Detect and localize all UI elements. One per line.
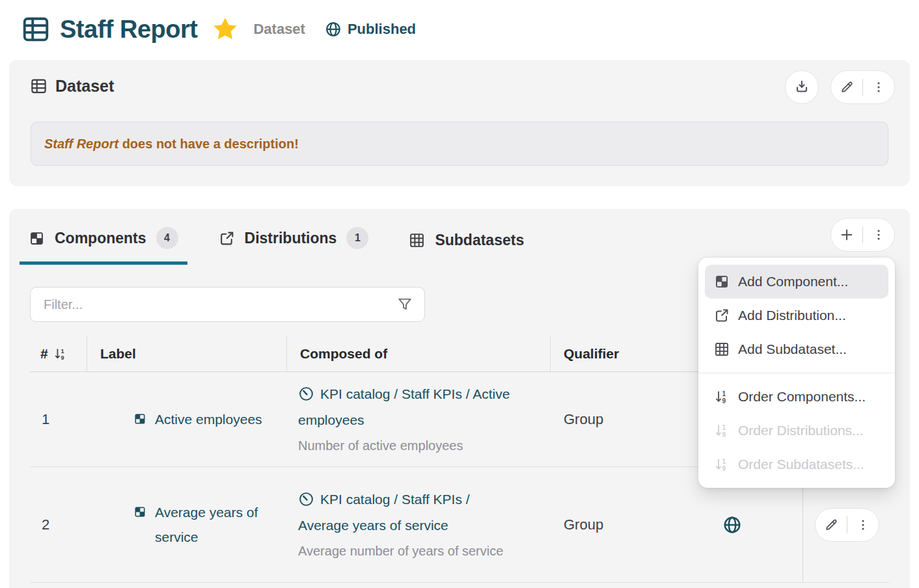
menu-item-label: Order Distributions... bbox=[738, 423, 864, 438]
edit-button[interactable] bbox=[831, 71, 862, 103]
plus-icon bbox=[840, 228, 854, 242]
menu-item-label: Add Subdataset... bbox=[738, 341, 847, 357]
column-header-composed-of[interactable]: Composed of bbox=[286, 336, 550, 371]
pencil-icon bbox=[824, 518, 838, 532]
tab-actions bbox=[830, 218, 895, 252]
kpi-breadcrumb-link[interactable]: KPI catalog / Staff KPIs / Average years… bbox=[298, 487, 523, 539]
globe-icon bbox=[325, 21, 342, 38]
menu-item-label: Add Component... bbox=[738, 274, 848, 289]
dataset-card: Dataset Staff Report does not have a des… bbox=[9, 60, 910, 186]
menu-item-label: Add Distribution... bbox=[738, 308, 846, 323]
menu-item-add-subdataset[interactable]: Add Subdataset... bbox=[698, 332, 895, 366]
kpi-description: Average number of years of service bbox=[298, 539, 513, 563]
filter-input[interactable] bbox=[30, 287, 425, 322]
menu-item-add-distribution[interactable]: Add Distribution... bbox=[698, 299, 895, 332]
description-text: does not have a description! bbox=[118, 137, 299, 152]
description-placeholder: Staff Report does not have a description… bbox=[31, 122, 888, 166]
component-link[interactable]: Average years of service bbox=[155, 500, 271, 550]
grid-icon bbox=[714, 341, 730, 357]
tab-components[interactable]: Components 4 bbox=[20, 218, 187, 265]
tab-components-label: Components bbox=[55, 230, 146, 247]
row-action-group bbox=[815, 508, 879, 542]
svg-text:1: 1 bbox=[722, 424, 726, 431]
svg-text:9: 9 bbox=[722, 465, 726, 472]
more-options-button[interactable] bbox=[863, 71, 894, 103]
gauge-icon bbox=[298, 386, 314, 402]
menu-item-add-component[interactable]: Add Component... bbox=[705, 265, 888, 299]
download-button[interactable] bbox=[785, 70, 819, 104]
gauge-icon bbox=[298, 491, 314, 507]
row-index: 1 bbox=[30, 372, 87, 466]
dataset-type-label: Dataset bbox=[253, 21, 305, 38]
kebab-icon bbox=[856, 518, 870, 532]
components-icon bbox=[29, 230, 45, 247]
kebab-icon bbox=[871, 80, 886, 94]
svg-text:1: 1 bbox=[722, 458, 726, 465]
row-composed-cell: KPI catalog / Staff KPIs / Active employ… bbox=[286, 372, 550, 466]
column-header-index[interactable]: # 1 9 bbox=[30, 336, 87, 371]
kpi-description: Number of active employees bbox=[298, 434, 513, 457]
menu-item-order-subdatasets: 1 9 Order Subdatasets... bbox=[698, 448, 895, 481]
qualifier-value: Group bbox=[564, 411, 603, 428]
globe-icon bbox=[722, 515, 742, 535]
tab-distributions[interactable]: Distributions 1 bbox=[210, 218, 378, 265]
column-header-label[interactable]: Label bbox=[87, 336, 286, 371]
kpi-breadcrumb-text: KPI catalog / Staff KPIs / Active employ… bbox=[298, 386, 510, 427]
more-options-button[interactable] bbox=[847, 509, 879, 541]
dataset-card-actions bbox=[785, 70, 895, 104]
component-link[interactable]: Active employees bbox=[155, 407, 271, 432]
status-label: Published bbox=[348, 21, 416, 38]
tab-subdatasets[interactable]: Subdatasets bbox=[400, 222, 533, 265]
svg-text:9: 9 bbox=[61, 354, 64, 361]
svg-text:1: 1 bbox=[722, 390, 726, 397]
description-dataset-name: Staff Report bbox=[44, 137, 118, 152]
table-icon bbox=[30, 77, 48, 95]
more-options-button[interactable] bbox=[863, 219, 894, 251]
kebab-icon bbox=[871, 228, 886, 242]
favorite-star-icon[interactable] bbox=[212, 16, 239, 43]
components-icon bbox=[133, 505, 146, 518]
sort-numeric-icon: 1 9 bbox=[714, 423, 730, 438]
menu-item-order-components[interactable]: 1 9 Order Components... bbox=[698, 380, 895, 414]
row-composed-cell: KPI catalog / Staff KPIs / Average years… bbox=[286, 467, 550, 582]
index-header-label: # bbox=[40, 346, 48, 362]
add-menu-button-group bbox=[830, 218, 895, 252]
components-card: Components 4 Distributions 1 Subdatasets bbox=[9, 209, 910, 588]
pencil-icon bbox=[840, 80, 854, 94]
row-index: 2 bbox=[30, 467, 87, 582]
sort-numeric-icon: 1 9 bbox=[53, 347, 68, 361]
row-label-cell: Average years of service bbox=[87, 467, 286, 582]
filter-field bbox=[30, 287, 425, 322]
tab-distributions-label: Distributions bbox=[245, 230, 337, 247]
row-label-cell: Active employees bbox=[87, 372, 286, 466]
page-title: Staff Report bbox=[60, 16, 197, 44]
components-icon bbox=[133, 412, 146, 425]
grid-icon bbox=[409, 232, 425, 248]
edit-button[interactable] bbox=[816, 509, 847, 541]
download-icon bbox=[794, 79, 810, 95]
edit-menu-button-group bbox=[830, 70, 895, 104]
sort-numeric-icon: 1 9 bbox=[714, 389, 730, 405]
dataset-card-title: Dataset bbox=[55, 77, 114, 96]
add-context-menu: Add Component... Add Distribution... Add… bbox=[698, 258, 895, 488]
external-link-icon bbox=[219, 230, 235, 247]
add-button[interactable] bbox=[831, 219, 862, 251]
page-header: Staff Report Dataset Published bbox=[0, 0, 919, 44]
components-count-badge: 4 bbox=[156, 227, 178, 249]
external-link-icon bbox=[714, 308, 730, 323]
svg-text:9: 9 bbox=[722, 431, 726, 438]
svg-text:1: 1 bbox=[61, 348, 64, 354]
menu-divider bbox=[698, 373, 895, 373]
qualifier-value: Group bbox=[564, 516, 603, 533]
components-icon bbox=[714, 274, 730, 289]
svg-text:9: 9 bbox=[722, 397, 726, 405]
menu-item-label: Order Subdatasets... bbox=[738, 457, 864, 472]
table-icon bbox=[21, 14, 51, 44]
kpi-breadcrumb-text: KPI catalog / Staff KPIs / Average years… bbox=[298, 492, 470, 533]
tab-subdatasets-label: Subdatasets bbox=[435, 232, 524, 249]
menu-item-label: Order Components... bbox=[738, 389, 866, 405]
sort-numeric-icon: 1 9 bbox=[714, 457, 730, 472]
menu-item-order-distributions: 1 9 Order Distributions... bbox=[698, 414, 895, 448]
kpi-breadcrumb-link[interactable]: KPI catalog / Staff KPIs / Active employ… bbox=[298, 381, 523, 433]
funnel-icon[interactable] bbox=[396, 296, 413, 313]
